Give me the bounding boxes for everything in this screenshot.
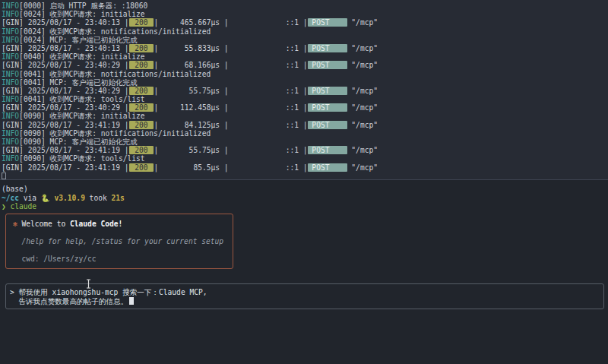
welcome-title-line: ✻Welcome to Claude Code!	[13, 220, 233, 229]
log-line: INFO[0090] MCP: 客户端已初始化完成	[2, 138, 608, 146]
log-line: INFO[0041] 收到MCP请求: notifications/initia…	[2, 70, 608, 78]
log-message: [0041] MCP: 客户端已初始化完成	[19, 78, 138, 87]
prompt-chevron: ❯	[2, 202, 6, 210]
log-line: [GIN] 2025/08/17 - 23:41:19 | 200 | 84.1…	[2, 121, 608, 129]
log-line: INFO[0090] 收到MCP请求: notifications/initia…	[2, 129, 608, 138]
gin-prefix: [GIN] 2025/08/17 - 23:40:13 |	[2, 18, 129, 27]
claude-prompt-input[interactable]: >帮我使用 xiaohongshu-mcp 搜索一下：Claude MCP, 告…	[5, 283, 604, 309]
terminal-hollow-cursor	[2, 173, 6, 180]
request-path: "/mcp"	[347, 44, 378, 52]
log-level-label: INFO	[2, 27, 19, 36]
log-line: INFO[0090] 收到MCP请求: tools/list	[2, 154, 608, 163]
method-badge: POST	[308, 121, 347, 129]
input-text-line1: 帮我使用 xiaohongshu-mcp 搜索一下：Claude MCP,	[18, 288, 207, 296]
conda-env-line: (base)	[2, 185, 608, 194]
command-duration: 21s	[111, 194, 124, 202]
help-text: /help for help, /status for your current…	[21, 237, 223, 245]
log-level-label: INFO	[2, 36, 19, 44]
welcome-cwd-line: cwd: /Users/zy/cc	[13, 255, 233, 264]
log-level-label: INFO	[2, 112, 19, 120]
log-line: [GIN] 2025/08/17 - 23:40:13 | 200 | 55.8…	[2, 44, 608, 52]
log-level-label: INFO	[2, 52, 19, 61]
log-message: [0040] 收到MCP请求: initialize	[19, 52, 144, 61]
log-message: [0090] MCP: 客户端已初始化完成	[19, 138, 138, 146]
log-level-label: INFO	[2, 70, 19, 78]
log-line: [GIN] 2025/08/17 - 23:40:13 | 200 | 465.…	[2, 18, 608, 27]
log-message: [0090] 收到MCP请求: notifications/initialize…	[19, 129, 211, 138]
status-badge: 200	[129, 121, 154, 129]
request-path: "/mcp"	[347, 146, 378, 154]
method-badge: POST	[308, 61, 347, 69]
shell-pane: (base) ~/ccvia🐍v3.10.9took21s ❯claude ✻W…	[0, 181, 608, 364]
claude-welcome-box: ✻Welcome to Claude Code! /help for help,…	[5, 214, 233, 270]
log-line: INFO[0024] 收到MCP请求: initialize	[2, 10, 608, 18]
status-badge: 200	[129, 18, 154, 27]
log-message: [0024] 收到MCP请求: notifications/initialize…	[19, 27, 211, 36]
log-line: [GIN] 2025/08/17 - 23:40:29 | 200 | 112.…	[2, 103, 608, 112]
method-badge: POST	[308, 163, 347, 172]
status-badge: 200	[129, 103, 154, 112]
method-badge: POST	[308, 87, 347, 95]
log-message: [0041] 收到MCP请求: notifications/initialize…	[19, 70, 211, 78]
request-path: "/mcp"	[347, 103, 378, 112]
command-line: ❯claude	[2, 202, 608, 211]
typed-command: claude	[10, 202, 36, 210]
input-prompt-symbol: >	[10, 288, 14, 296]
log-line: [GIN] 2025/08/17 - 23:40:29 | 200 | 55.7…	[2, 87, 608, 95]
current-directory: ~/cc	[2, 194, 19, 202]
log-level-label: INFO	[2, 10, 19, 18]
method-badge: POST	[308, 18, 347, 27]
status-badge: 200	[129, 163, 154, 172]
log-line: [GIN] 2025/08/17 - 23:41:19 | 200 | 85.5…	[2, 163, 608, 172]
log-message: [0041] 收到MCP请求: tools/list	[19, 95, 144, 103]
input-line-1: >帮我使用 xiaohongshu-mcp 搜索一下：Claude MCP,	[10, 288, 603, 297]
log-lines-container: INFO[0000] 启动 HTTP 服务器: :18060INFO[0024]…	[2, 2, 608, 172]
status-badge: 200	[129, 44, 154, 52]
log-cursor-line	[2, 172, 608, 180]
gin-prefix: [GIN] 2025/08/17 - 23:40:29 |	[2, 87, 129, 95]
log-line: [GIN] 2025/08/17 - 23:40:29 | 200 | 68.1…	[2, 61, 608, 69]
status-badge: 200	[129, 87, 154, 95]
log-level-label: INFO	[2, 95, 19, 103]
claude-spark-icon: ✻	[13, 220, 17, 228]
log-line: INFO[0024] 收到MCP请求: notifications/initia…	[2, 27, 608, 36]
method-badge: POST	[308, 44, 347, 52]
log-message: [0090] 收到MCP请求: initialize	[19, 112, 144, 120]
gin-prefix: [GIN] 2025/08/17 - 23:41:19 |	[2, 121, 129, 129]
method-badge: POST	[308, 103, 347, 112]
took-label: took	[90, 194, 107, 202]
request-path: "/mcp"	[347, 61, 378, 69]
log-level-label: INFO	[2, 129, 19, 138]
gin-latency-ip: | 85.5µs | ::1 |	[154, 163, 307, 172]
cwd-text: cwd: /Users/zy/cc	[21, 255, 96, 263]
gin-latency-ip: | 112.458µs | ::1 |	[154, 103, 307, 112]
log-line: INFO[0000] 启动 HTTP 服务器: :18060	[2, 2, 608, 10]
gin-prefix: [GIN] 2025/08/17 - 23:41:19 |	[2, 163, 129, 172]
text-caret-block	[129, 297, 134, 305]
welcome-help-line: /help for help, /status for your current…	[13, 237, 233, 246]
gin-prefix: [GIN] 2025/08/17 - 23:41:19 |	[2, 146, 129, 154]
log-message: [0000] 启动 HTTP 服务器: :18060	[19, 2, 147, 10]
gin-latency-ip: | 55.75µs | ::1 |	[154, 146, 307, 154]
gin-prefix: [GIN] 2025/08/17 - 23:40:13 |	[2, 44, 129, 52]
log-level-label: INFO	[2, 138, 19, 146]
log-line: INFO[0024] MCP: 客户端已初始化完成	[2, 36, 608, 44]
input-line-2: 告诉我点赞数最高的帖子的信息。	[10, 297, 603, 306]
status-badge: 200	[129, 146, 154, 154]
log-message: [0090] 收到MCP请求: tools/list	[19, 154, 144, 163]
gin-prefix: [GIN] 2025/08/17 - 23:40:29 |	[2, 61, 129, 69]
python-icon: 🐍	[41, 194, 50, 202]
log-level-label: INFO	[2, 154, 19, 163]
gin-latency-ip: | 465.667µs | ::1 |	[154, 18, 307, 27]
gin-latency-ip: | 68.166µs | ::1 |	[154, 61, 307, 69]
log-level-label: INFO	[2, 2, 19, 10]
terminal-window: { "colors": { "log_pane_bg": "#272b34", …	[0, 0, 608, 364]
welcome-greeting: Welcome to	[21, 220, 70, 228]
log-line: INFO[0040] 收到MCP请求: initialize	[2, 52, 608, 61]
input-text-line2: 告诉我点赞数最高的帖子的信息。	[18, 297, 128, 305]
python-version: v3.10.9	[54, 194, 84, 202]
log-message: [0024] MCP: 客户端已初始化完成	[19, 36, 138, 44]
server-log-pane: INFO[0000] 启动 HTTP 服务器: :18060INFO[0024]…	[0, 0, 608, 180]
gin-latency-ip: | 55.75µs | ::1 |	[154, 87, 307, 95]
status-badge: 200	[129, 61, 154, 69]
